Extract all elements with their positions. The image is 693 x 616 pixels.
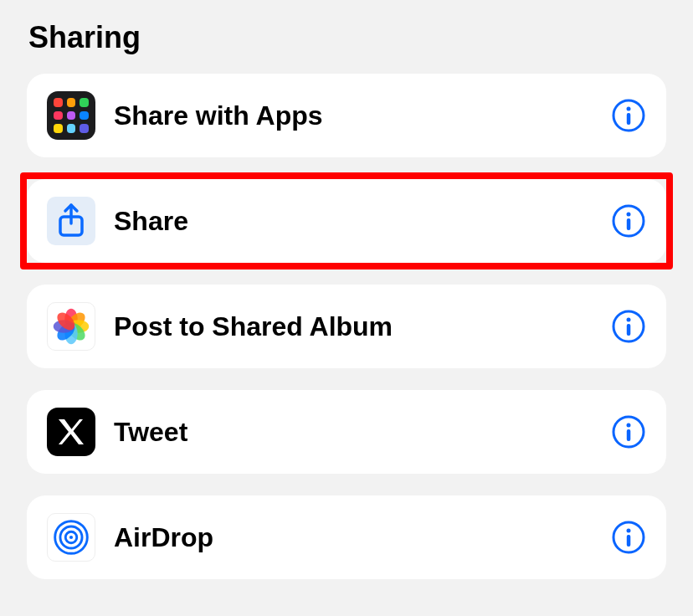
app-grid-icon xyxy=(47,91,95,140)
row-label: AirDrop xyxy=(114,522,593,553)
info-icon xyxy=(611,520,646,555)
info-icon xyxy=(611,98,646,133)
svg-point-20 xyxy=(627,424,631,428)
info-icon xyxy=(611,309,646,344)
info-button-share[interactable] xyxy=(611,203,646,239)
row-share[interactable]: Share xyxy=(27,179,666,263)
info-button-tweet[interactable] xyxy=(611,414,646,449)
airdrop-icon xyxy=(47,513,95,562)
svg-point-25 xyxy=(69,536,73,539)
row-label: Share with Apps xyxy=(114,100,593,131)
row-airdrop[interactable]: AirDrop xyxy=(27,495,666,579)
info-button-share-with-apps[interactable] xyxy=(611,98,646,133)
row-label: Post to Shared Album xyxy=(114,311,593,342)
info-button-shared-album[interactable] xyxy=(611,309,646,344)
section-title: Sharing xyxy=(28,20,666,55)
svg-rect-28 xyxy=(627,535,631,547)
svg-point-27 xyxy=(627,529,631,533)
svg-point-1 xyxy=(627,107,631,111)
row-tweet[interactable]: Tweet xyxy=(27,390,666,474)
row-post-shared-album[interactable]: Post to Shared Album xyxy=(27,285,666,368)
sharing-list: Share with Apps Share xyxy=(27,74,666,579)
svg-point-6 xyxy=(627,213,631,217)
svg-rect-7 xyxy=(627,218,631,230)
x-icon xyxy=(47,408,95,456)
photos-icon xyxy=(47,302,95,351)
row-label: Tweet xyxy=(114,417,593,448)
svg-rect-2 xyxy=(627,113,631,125)
svg-rect-21 xyxy=(627,429,631,441)
info-icon xyxy=(611,203,646,239)
svg-point-17 xyxy=(627,318,631,322)
share-icon xyxy=(47,197,95,245)
info-button-airdrop[interactable] xyxy=(611,520,646,555)
svg-rect-18 xyxy=(627,324,631,336)
row-label: Share xyxy=(114,206,593,237)
row-share-with-apps[interactable]: Share with Apps xyxy=(27,74,666,157)
info-icon xyxy=(611,414,646,449)
